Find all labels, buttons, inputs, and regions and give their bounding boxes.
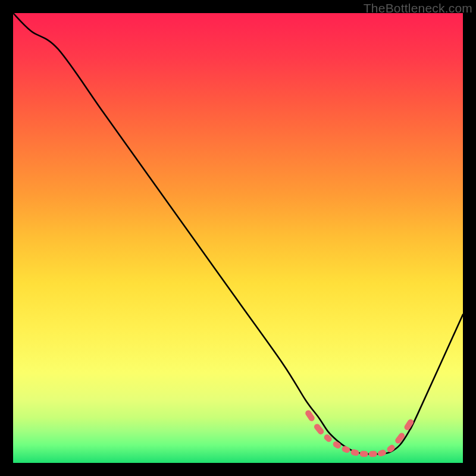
marker-pill xyxy=(341,445,351,454)
chart-container: TheBottleneck.com xyxy=(0,0,476,476)
marker-pill xyxy=(386,443,396,453)
marker-pill xyxy=(377,449,387,458)
highlighted-markers xyxy=(304,409,415,458)
marker-pill xyxy=(332,440,342,450)
chart-svg xyxy=(13,13,463,463)
plot-area xyxy=(13,13,463,463)
marker-pill xyxy=(369,451,377,458)
bottleneck-curve-line xyxy=(13,13,463,454)
marker-pill xyxy=(359,450,368,457)
